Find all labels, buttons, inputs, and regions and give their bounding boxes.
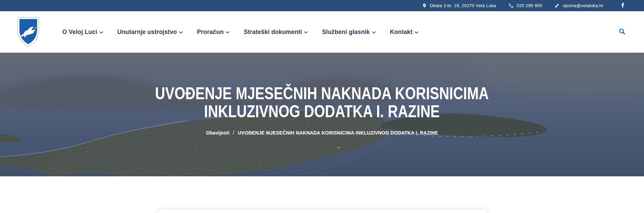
page-title-line-1: UVOĐENJE MJESEČNIH NAKNADA KORISNICIMA [155, 85, 489, 103]
address-text: Obala 3 br. 19, 20270 Vela Luka [430, 3, 496, 8]
chevron-down-icon [415, 31, 418, 34]
topbar: Obala 3 br. 19, 20270 Vela Luka 020 295 … [0, 0, 644, 11]
nav-item-label: O Veloj Luci [62, 29, 97, 36]
facebook-icon [621, 2, 624, 9]
shield-dove-icon [17, 16, 40, 48]
chevron-down-icon [372, 31, 376, 34]
chevron-down-icon [179, 31, 183, 34]
nav-item-label: Unutarnje ustrojstvo [117, 29, 177, 36]
nav-item-proracun[interactable]: Proračun [197, 29, 229, 36]
page-title: UVOĐENJE MJESEČNIH NAKNADA KORISNICIMA I… [118, 85, 525, 121]
breadcrumb-separator: / [233, 130, 235, 136]
nav-item-label: Službeni glasnik [322, 29, 370, 36]
chevron-down-icon [226, 31, 229, 34]
facebook-link[interactable] [621, 2, 624, 9]
nav-item-strateski-dokumenti[interactable]: Strateški dokumenti [244, 29, 308, 36]
coat-of-arms-logo[interactable] [17, 16, 40, 48]
phone-text: 020 295 900 [517, 3, 543, 8]
phone-icon [509, 3, 514, 8]
search-icon [619, 28, 625, 36]
nav-item-unutarnje-ustrojstvo[interactable]: Unutarnje ustrojstvo [117, 29, 183, 36]
location-pin-icon [422, 3, 427, 8]
breadcrumb-current: UVOĐENJE MJESEČNIH NAKNADA KORISNICIMA I… [238, 130, 438, 136]
breadcrumb-link-obavijesti[interactable]: Obavijesti [206, 130, 229, 136]
hero-content: UVOĐENJE MJESEČNIH NAKNADA KORISNICIMA I… [0, 53, 644, 176]
chevron-down-icon [304, 31, 308, 34]
search-button[interactable] [617, 26, 627, 38]
main-navbar: O Veloj Luci Unutarnje ustrojstvo Prorač… [0, 11, 644, 53]
chevron-down-icon [99, 31, 103, 34]
nav-item-label: Proračun [197, 29, 224, 36]
breadcrumb: Obavijesti / UVOĐENJE MJESEČNIH NAKNADA … [206, 130, 438, 136]
email-link[interactable]: opcina@velaluka.hr [554, 3, 603, 8]
pencil-icon [554, 3, 560, 8]
phone-link[interactable]: 020 295 900 [509, 3, 543, 8]
page-title-line-2: INKLUZIVNOG DODATKA I. RAZINE [155, 103, 489, 121]
hero-section: UVOĐENJE MJESEČNIH NAKNADA KORISNICIMA I… [0, 53, 644, 176]
email-text: opcina@velaluka.hr [563, 3, 603, 8]
nav-item-o-veloj-luci[interactable]: O Veloj Luci [62, 29, 103, 36]
nav-item-sluzbeni-glasnik[interactable]: Službeni glasnik [322, 29, 375, 36]
nav-item-kontakt[interactable]: Kontakt [390, 29, 419, 36]
nav-item-label: Strateški dokumenti [244, 29, 302, 36]
main-menu: O Veloj Luci Unutarnje ustrojstvo Prorač… [62, 29, 418, 36]
address-item: Obala 3 br. 19, 20270 Vela Luka [422, 3, 496, 8]
content-area [0, 176, 644, 213]
content-card [157, 210, 487, 213]
nav-item-label: Kontakt [390, 29, 413, 36]
page: Obala 3 br. 19, 20270 Vela Luka 020 295 … [0, 0, 644, 213]
